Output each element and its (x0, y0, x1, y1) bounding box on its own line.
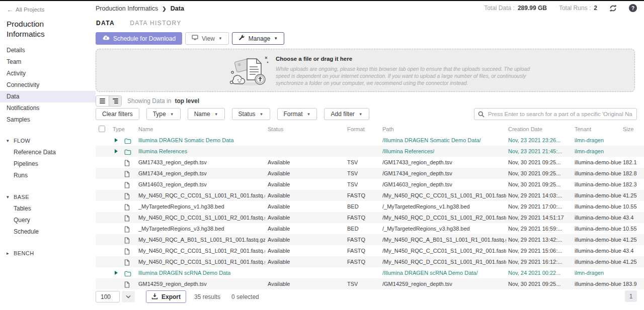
table-row[interactable]: My_N450_RQC_C_CC01_S1_L001_R1_001.fastq.… (96, 190, 644, 201)
sidebar-section-header-flow[interactable]: ▾FLOW (0, 135, 96, 147)
file-icon (124, 159, 130, 168)
column-header-path[interactable]: Path (382, 124, 394, 135)
table-row[interactable]: _MyTargetedRegions_v1.hg38.bedAvailableB… (96, 201, 644, 212)
row-name-link[interactable]: _MyTargetedRegions_v3.hg38.bed (138, 223, 224, 234)
flat-list-icon[interactable] (96, 96, 109, 106)
row-name-link[interactable]: GM14259_region_depth.tsv (138, 278, 207, 289)
expand-caret-icon[interactable] (115, 138, 118, 142)
file-dropzone[interactable]: Choose a file or drag it here While uplo… (96, 49, 635, 92)
sidebar-item-team[interactable]: Team (0, 56, 96, 68)
refresh-icon[interactable] (609, 5, 617, 12)
row-tenant: illumina-demo-blue (575, 157, 621, 168)
sidebar-item-query[interactable]: Query (0, 215, 96, 226)
row-name-link[interactable]: _MyTargetedRegions_v1.hg38.bed (138, 201, 224, 212)
table-row[interactable]: GM14603_region_depth.tsvAvailableTSV/GM1… (96, 179, 644, 190)
export-button[interactable]: Export (146, 290, 186, 303)
table-row[interactable]: My_N450_RQC_C_CC01_S1_L001_R2_001.fastq.… (96, 245, 644, 256)
row-name-link[interactable]: Illumina DRAGEN Somatic Demo Data (138, 135, 234, 146)
schedule-for-download-button[interactable]: Schedule for Download (96, 32, 182, 45)
sidebar-item-data[interactable]: Data (0, 91, 96, 102)
table-row[interactable]: Illumina DRAGEN scRNA Demo Data/Illumina… (96, 267, 644, 278)
row-path: /My_N450_RQC_D_CC01_S1_L001_R1_001.fastq… (382, 256, 506, 267)
table-row[interactable]: GM17433_region_depth.tsvAvailableTSV/GM1… (96, 157, 644, 168)
expand-caret-icon[interactable] (115, 149, 118, 153)
table-row[interactable]: GM14259_region_depth.tsvAvailableTSV/GM1… (96, 278, 644, 289)
table-row[interactable]: Illumina References/Illumina References/… (96, 146, 644, 157)
row-format: FASTQ (347, 256, 365, 267)
column-header-creation-date[interactable]: Creation Date (508, 124, 542, 135)
table-row[interactable]: My_N450_RQC_A_B01_S1_L001_R1_001.fastq.g… (96, 234, 644, 245)
sidebar-item-samples[interactable]: Samples (0, 114, 96, 126)
sidebar-item-schedule[interactable]: Schedule (0, 226, 96, 238)
row-name-link[interactable]: GM17434_region_depth.tsv (138, 168, 207, 179)
filter-dropdown-status[interactable]: Status▼ (232, 108, 270, 120)
table-row[interactable]: My_N450_RQC_D_CC01_S1_L001_R2_001.fastq.… (96, 212, 644, 223)
table-row[interactable]: Illumina DRAGEN Somatic Demo Data/Illumi… (96, 135, 644, 146)
column-header-size[interactable]: Size (623, 124, 633, 135)
sidebar-item-notifications[interactable]: Notifications (0, 102, 96, 114)
tab-data-history[interactable]: DATA HISTORY (130, 20, 182, 27)
row-name-link[interactable]: My_N450_RQC_D_CC01_S1_L001_R2_001.fastq.… (138, 212, 265, 223)
expand-caret-icon[interactable] (115, 271, 118, 275)
filter-dropdown-type[interactable]: Type▼ (146, 108, 181, 120)
row-status: Available (268, 234, 290, 245)
sidebar-item-activity[interactable]: Activity (0, 68, 96, 79)
row-name-link[interactable]: My_N450_RQC_C_CC01_S1_L001_R2_001.fastq.… (138, 245, 265, 256)
table-row[interactable]: _MyTargetedRegions_v3.hg38.bedAvailableB… (96, 223, 644, 234)
sidebar-item-reference-data[interactable]: Reference Data (0, 147, 96, 158)
row-size: 182.3 (623, 179, 644, 190)
table-row[interactable]: GM17434_region_depth.tsvAvailableTSV/GM1… (96, 168, 644, 179)
view-button[interactable]: View ▼ (185, 32, 229, 45)
chevron-down-icon: ▼ (307, 112, 311, 117)
table-body: Illumina DRAGEN Somatic Demo Data/Illumi… (96, 135, 644, 290)
breadcrumb-parent[interactable]: Production Informatics (96, 5, 158, 12)
filter-dropdown-name[interactable]: Name▼ (188, 108, 225, 120)
row-format: BED (347, 201, 359, 212)
filter-dropdown-add-filter[interactable]: Add filter▼ (324, 108, 369, 120)
row-name-link[interactable]: My_N450_RQC_A_B01_S1_L001_R1_001.fastq.g… (138, 234, 265, 245)
page-size-select[interactable]: 100 (96, 291, 120, 302)
page-size-chevron[interactable] (122, 291, 135, 302)
sidebar-section-flow: ▾FLOWReference DataPipelinesRuns (0, 135, 96, 181)
column-header-name[interactable]: Name (138, 124, 153, 135)
row-name-link[interactable]: Illumina DRAGEN scRNA Demo Data (138, 267, 230, 278)
table-row[interactable]: My_N450_RQC_D_CC01_S1_L001_R1_001.fastq.… (96, 256, 644, 267)
sidebar-sections: ▾FLOWReference DataPipelinesRuns▾BASETab… (0, 135, 96, 259)
column-header-tenant[interactable]: Tenant (575, 124, 591, 135)
row-size: 43.4 (623, 245, 644, 256)
sidebar-item-tables[interactable]: Tables (0, 203, 96, 215)
row-creation-date: Nov, 29 2021 16:12:... (508, 256, 562, 267)
sidebar-section-header-base[interactable]: ▾BASE (0, 191, 96, 203)
row-tenant: ilmn-dragen (575, 135, 604, 146)
page-number-button[interactable]: 1 (625, 290, 637, 302)
clear-filters-button[interactable]: Clear filters (96, 108, 139, 120)
search-input[interactable] (474, 108, 637, 120)
sidebar-item-pipelines[interactable]: Pipelines (0, 158, 96, 170)
column-header-type[interactable]: Type (113, 124, 125, 135)
sidebar-item-runs[interactable]: Runs (0, 170, 96, 181)
tree-list-icon[interactable] (109, 96, 121, 106)
sidebar-section-header-bench[interactable]: ▸BENCH (0, 248, 96, 259)
file-icon (124, 248, 130, 257)
all-projects-back-link[interactable]: ← All Projects (0, 6, 96, 14)
select-all-checkbox[interactable] (99, 126, 105, 132)
file-icon (124, 259, 130, 268)
chevron-down-icon: ▾ (7, 135, 11, 147)
row-format: TSV (347, 278, 358, 289)
row-name-link[interactable]: My_N450_RQC_C_CC01_S1_L001_R1_001.fastq.… (138, 190, 265, 201)
filter-dropdown-format[interactable]: Format▼ (277, 108, 317, 120)
manage-button[interactable]: Manage ▼ (232, 32, 284, 45)
row-path: /Illumina DRAGEN scRNA Demo Data/ (382, 267, 478, 278)
row-name-link[interactable]: GM17433_region_depth.tsv (138, 157, 207, 168)
row-path: /Illumina DRAGEN Somatic Demo Data/ (382, 135, 481, 146)
row-name-link[interactable]: Illumina References (138, 146, 187, 157)
column-header-status[interactable]: Status (268, 124, 283, 135)
row-name-link[interactable]: My_N450_RQC_D_CC01_S1_L001_R1_001.fastq.… (138, 256, 265, 267)
row-name-link[interactable]: GM14603_region_depth.tsv (138, 179, 207, 190)
file-icon (124, 192, 130, 201)
help-icon[interactable]: ? (629, 4, 637, 12)
sidebar-item-connectivity[interactable]: Connectivity (0, 79, 96, 91)
column-header-format[interactable]: Format (347, 124, 365, 135)
sidebar-item-details[interactable]: Details (0, 45, 96, 56)
tab-data[interactable]: DATA (96, 20, 115, 27)
